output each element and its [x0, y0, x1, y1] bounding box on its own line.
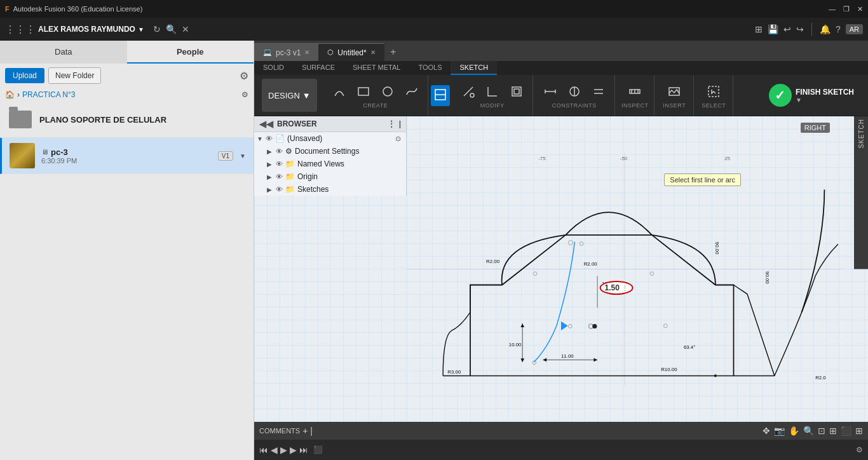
file-icon-small: ⬡ — [327, 48, 334, 57]
timeline-start-icon[interactable]: ⏮ — [259, 445, 268, 455]
redo-icon[interactable]: ↪ — [796, 24, 804, 34]
help-icon[interactable]: ? — [836, 24, 841, 34]
add-tab-button[interactable]: + — [384, 43, 402, 61]
user-area[interactable]: ALEX RAMOS RAYMUNDO ▼ — [38, 25, 144, 34]
eye-icon[interactable]: 👁 — [276, 173, 283, 180]
list-item[interactable]: PLANO SOPORTE DE CELULAR — [0, 102, 254, 138]
arc-tool-button[interactable] — [329, 82, 350, 101]
upload-button[interactable]: Upload — [5, 68, 44, 83]
sketch-palette[interactable]: SKETCH PALETTE — [854, 116, 868, 269]
app-grid-icon[interactable]: ⋮⋮⋮ — [5, 24, 36, 36]
browser-pin-icon[interactable]: | — [399, 119, 401, 128]
settings-icon: ⚙ — [285, 147, 292, 156]
breadcrumb-item[interactable]: PRACTICA N°3 — [22, 90, 75, 99]
cad-drawing: -75 -50 25 — [407, 116, 843, 422]
move-icon[interactable]: ✥ — [763, 426, 770, 436]
tree-item-unsaved[interactable]: ▼ 👁 📄 (Unsaved) ⊙ — [254, 132, 406, 145]
search-icon[interactable]: 🔍 — [166, 24, 177, 34]
home-icon[interactable]: 🏠 — [5, 90, 15, 99]
eye-icon[interactable]: 👁 — [276, 186, 283, 193]
undo-icon[interactable]: ↩ — [783, 24, 791, 34]
refresh-icon[interactable]: ↻ — [153, 24, 161, 34]
ribbon-tab-solid[interactable]: SOLID — [254, 61, 293, 75]
minimize-button[interactable]: — — [829, 5, 836, 13]
svg-text:R2.00: R2.00 — [584, 261, 598, 267]
circle-tool-button[interactable] — [377, 82, 398, 101]
menu-bar: ⋮⋮⋮ ALEX RAMOS RAYMUNDO ▼ ↻ 🔍 ✕ ⊞ 💾 ↩ ↪ … — [0, 18, 868, 41]
version-chevron[interactable]: ▼ — [240, 152, 246, 159]
tree-item-sketches[interactable]: ▶ 👁 📁 Sketches — [254, 183, 406, 196]
timeline-end-icon[interactable]: ⏭ — [299, 445, 308, 455]
trim-tool-button[interactable] — [458, 82, 479, 101]
ribbon-tab-tools[interactable]: TOOLS — [409, 61, 451, 75]
tab-close-icon[interactable]: ✕ — [370, 49, 376, 56]
tab-pc3-v1[interactable]: 💻 pc-3 v1 ✕ — [254, 43, 318, 61]
ribbon-tab-sheet-metal[interactable]: SHEET METAL — [344, 61, 409, 75]
tab-untitled[interactable]: ⬡ Untitled* ✕ — [318, 43, 384, 61]
render-icon[interactable]: ⬛ — [841, 426, 851, 436]
equal-constraint-button[interactable] — [588, 82, 609, 101]
new-folder-button[interactable]: New Folder — [48, 67, 101, 84]
notification-icon[interactable]: 🔔 — [820, 24, 831, 34]
tab-data[interactable]: Data — [0, 41, 127, 64]
save-icon[interactable]: 💾 — [768, 24, 778, 34]
pan-icon[interactable]: ✋ — [789, 426, 799, 436]
rectangle-tool-button[interactable] — [353, 82, 374, 101]
apps-icon[interactable]: ⊞ — [755, 24, 763, 34]
dimension-value: 1.50 — [605, 283, 620, 292]
image-tool-button[interactable] — [663, 82, 685, 101]
zoom-fit-icon[interactable]: ⊡ — [818, 426, 825, 436]
timeline-next-icon[interactable]: ▶ — [290, 445, 297, 455]
insert-buttons — [663, 82, 685, 101]
timeline-bar: ⏮ ◀ ▶ ▶ ⏭ ⬛ ⚙ — [254, 440, 868, 460]
breadcrumb-settings-icon[interactable]: ⚙ — [241, 90, 248, 99]
spline-tool-button[interactable] — [401, 82, 423, 101]
tree-item-named-views[interactable]: ▶ 👁 📁 Named Views — [254, 158, 406, 170]
zoom-icon[interactable]: 🔍 — [803, 426, 814, 436]
user-name: ALEX RAMOS RAYMUNDO — [38, 25, 135, 34]
ribbon-tab-surface[interactable]: SURFACE — [293, 61, 344, 75]
design-button[interactable]: DESIGN ▼ — [262, 79, 317, 112]
cad-viewport[interactable]: ◀◀ BROWSER ⋮ | ▼ 👁 📄 (Unsaved) ⊙ ▶ 👁 ⚙ — [254, 116, 868, 422]
close-workspace-icon[interactable]: ✕ — [182, 24, 189, 34]
browser-collapse-icon[interactable]: ◀◀ — [259, 119, 273, 129]
settings-gear-icon[interactable]: ⚙ — [240, 70, 248, 82]
ribbon-tab-sketch[interactable]: SKETCH — [451, 61, 497, 75]
tree-item-origin[interactable]: ▶ 👁 📁 Origin — [254, 170, 406, 183]
unsaved-icon: ⊙ — [395, 135, 401, 143]
user-avatar[interactable]: AR — [846, 24, 863, 34]
display-icon[interactable]: ⊞ — [829, 426, 837, 436]
dimension-input-box[interactable]: 1.50 ⋮ — [600, 281, 634, 295]
tab-close-icon[interactable]: ✕ — [304, 49, 309, 56]
add-comment-icon[interactable]: + — [302, 426, 308, 436]
eye-icon[interactable]: 👁 — [266, 135, 273, 142]
timeline-play-icon[interactable]: ▶ — [280, 445, 287, 455]
fillet-tool-button[interactable] — [482, 82, 503, 101]
timeline-prev-icon[interactable]: ◀ — [271, 445, 278, 455]
circle-constraint-button[interactable] — [564, 82, 585, 101]
maximize-button[interactable]: ❐ — [843, 5, 850, 13]
model-icon — [10, 143, 35, 168]
tree-arrow-icon: ▶ — [267, 148, 273, 155]
browser-menu-icon[interactable]: ⋮ — [388, 119, 395, 128]
user-chevron-icon: ▼ — [138, 26, 144, 33]
tree-item-doc-settings[interactable]: ▶ 👁 ⚙ Document Settings — [254, 145, 406, 158]
grid-icon[interactable]: ⊞ — [855, 426, 863, 436]
eye-icon[interactable]: 👁 — [276, 147, 283, 155]
title-bar-controls[interactable]: — ❐ ✕ — [829, 5, 863, 13]
tab-people[interactable]: People — [127, 41, 254, 64]
camera-icon[interactable]: 📷 — [774, 426, 785, 436]
svg-point-1 — [383, 87, 392, 96]
horizontal-constraint-button[interactable] — [539, 82, 561, 101]
timeline-settings-icon[interactable]: ⚙ — [856, 445, 863, 454]
finish-sketch-button[interactable]: ✓ FINISH SKETCH ▼ — [763, 80, 860, 111]
measure-tool-button[interactable] — [624, 82, 646, 101]
version-badge[interactable]: V1 — [218, 151, 233, 161]
list-item[interactable]: 🖥 pc-3 6:30:39 PM V1 ▼ — [0, 138, 254, 174]
eye-icon[interactable]: 👁 — [276, 160, 283, 168]
select-tool-button[interactable] — [703, 82, 724, 101]
svg-marker-36 — [561, 321, 568, 330]
more-options-icon[interactable]: ⋮ — [621, 285, 628, 292]
offset-tool-button[interactable] — [506, 82, 527, 101]
close-button[interactable]: ✕ — [857, 5, 863, 13]
